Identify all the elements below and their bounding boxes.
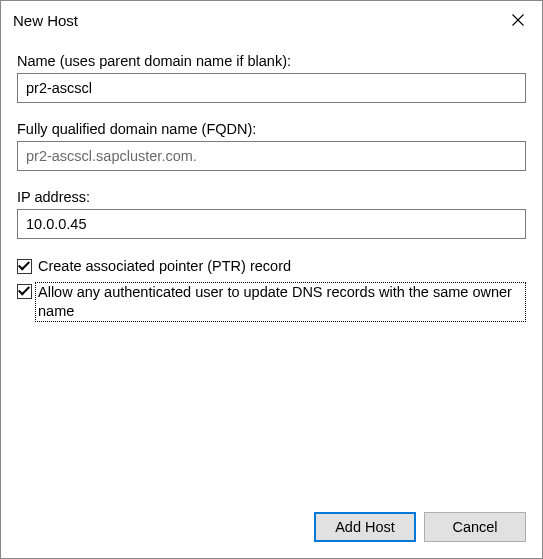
cancel-button[interactable]: Cancel [424, 512, 526, 542]
ip-label: IP address: [17, 189, 526, 205]
allow-update-checkbox-row: Allow any authenticated user to update D… [17, 282, 526, 322]
ptr-checkbox-row: Create associated pointer (PTR) record [17, 257, 526, 276]
ip-input[interactable] [17, 209, 526, 239]
name-input[interactable] [17, 73, 526, 103]
titlebar: New Host [1, 1, 542, 39]
button-row: Add Host Cancel [314, 512, 526, 542]
allow-update-checkbox[interactable] [17, 284, 32, 299]
allow-update-checkbox-label[interactable]: Allow any authenticated user to update D… [35, 282, 526, 322]
ip-field-group: IP address: [17, 189, 526, 239]
new-host-dialog: New Host Name (uses parent domain name i… [0, 0, 543, 559]
add-host-button[interactable]: Add Host [314, 512, 416, 542]
name-label: Name (uses parent domain name if blank): [17, 53, 526, 69]
fqdn-field-group: Fully qualified domain name (FQDN): [17, 121, 526, 171]
name-field-group: Name (uses parent domain name if blank): [17, 53, 526, 103]
close-icon [512, 14, 524, 26]
fqdn-label: Fully qualified domain name (FQDN): [17, 121, 526, 137]
dialog-title: New Host [13, 12, 78, 29]
ptr-checkbox-label[interactable]: Create associated pointer (PTR) record [38, 257, 291, 276]
dialog-content: Name (uses parent domain name if blank):… [1, 39, 542, 558]
ptr-checkbox[interactable] [17, 259, 32, 274]
fqdn-input [17, 141, 526, 171]
close-button[interactable] [494, 3, 542, 37]
